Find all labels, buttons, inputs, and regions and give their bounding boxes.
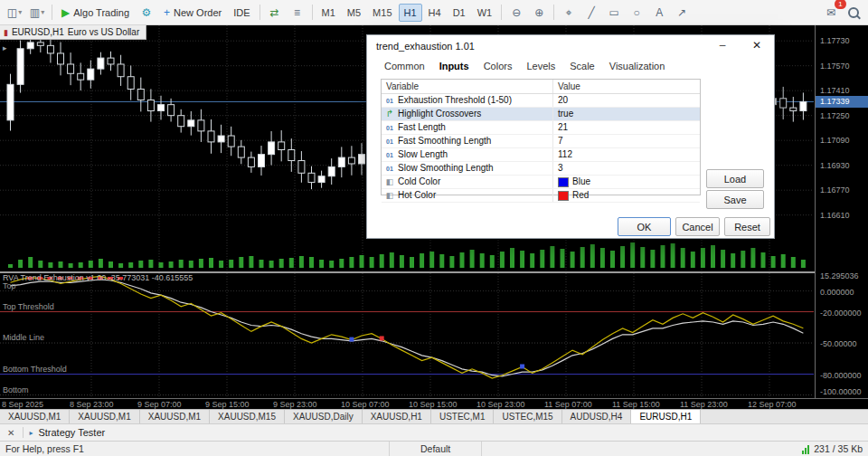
- timeframe-h4[interactable]: H4: [423, 4, 447, 22]
- mt5-application-window: ◫▾▥▾▶Algo Trading⚙+New OrderIDE⇄≡M1M5M15…: [0, 0, 868, 456]
- indicator-scale-label: -20.000000: [820, 309, 862, 318]
- time-axis-label: 8 Sep 23:00: [70, 400, 114, 409]
- zoom-in-button[interactable]: ⊕: [528, 3, 550, 23]
- trendline-button[interactable]: ╱: [580, 3, 602, 23]
- profile-name[interactable]: Default: [389, 442, 482, 456]
- chart-tabs-bar: XAUUSD,M1XAUUSD,M1XAUUSD,M1XAUUSD,M15XAU…: [0, 409, 868, 423]
- param-row[interactable]: 01Slow Smoothing Length3: [382, 162, 700, 176]
- rectangle-tool-icon: ▭: [609, 6, 619, 19]
- new-order-icon: +: [164, 6, 170, 19]
- param-row[interactable]: 01Slow Length112: [382, 148, 700, 162]
- price-scale-label: 1.17250: [820, 111, 850, 120]
- symbol-description: Euro vs US Dollar: [68, 27, 139, 37]
- ellipse-tool-icon: ○: [634, 6, 640, 19]
- ellipse-tool-button[interactable]: ○: [626, 3, 647, 23]
- param-value[interactable]: Blue: [553, 176, 700, 188]
- param-value[interactable]: 112: [553, 148, 700, 161]
- table-header-row: Variable Value: [382, 80, 700, 94]
- param-row[interactable]: ◧Cold ColorBlue: [382, 176, 700, 189]
- time-axis-label: 12 Sep 07:00: [748, 400, 797, 409]
- caret-down-icon: ▾: [41, 8, 44, 16]
- load-button[interactable]: Load: [706, 169, 764, 188]
- indicator-panel[interactable]: RVA Trend Exhaustion v1.00 -35.773031 -4…: [0, 273, 814, 398]
- param-row[interactable]: ↱Highlight Crossoverstrue: [382, 108, 700, 121]
- reset-button[interactable]: Reset: [724, 217, 770, 236]
- timeframe-h1[interactable]: H1: [399, 4, 422, 22]
- param-value[interactable]: Red: [553, 189, 700, 202]
- timeframe-d1[interactable]: D1: [448, 4, 471, 22]
- minimize-icon[interactable]: –: [712, 39, 732, 53]
- arrow-tool-button[interactable]: ↗: [671, 3, 693, 23]
- timeframe-m5[interactable]: M5: [342, 4, 366, 22]
- market-depth-button[interactable]: ⇄: [264, 3, 286, 23]
- notifications-button[interactable]: ✉1: [820, 3, 842, 23]
- param-value-text: 7: [558, 135, 563, 147]
- close-icon[interactable]: ✕: [747, 39, 767, 53]
- strategy-tester-label[interactable]: Strategy Tester: [38, 427, 105, 438]
- chart-tab-xauusd-m1[interactable]: XAUUSD,M1: [0, 410, 70, 423]
- tab-colors[interactable]: Colors: [477, 59, 519, 73]
- column-header-value: Value: [553, 80, 700, 93]
- timeframe-w1[interactable]: W1: [472, 4, 498, 22]
- time-axis-label: 9 Sep 15:00: [205, 400, 250, 409]
- timeframe-m1[interactable]: M1: [316, 4, 341, 22]
- time-axis[interactable]: 8 Sep 20258 Sep 23:009 Sep 07:009 Sep 15…: [0, 398, 868, 409]
- tab-inputs[interactable]: Inputs: [433, 59, 476, 73]
- toolbar-separator: [553, 5, 554, 20]
- candlestick-icon: ▮: [4, 28, 8, 37]
- param-row[interactable]: ◧Hot ColorRed: [382, 189, 700, 203]
- new-chart-button[interactable]: ◫▾: [4, 3, 25, 23]
- crosshair-button[interactable]: ⌖: [558, 3, 580, 23]
- tab-levels[interactable]: Levels: [520, 59, 561, 73]
- tab-scale[interactable]: Scale: [563, 59, 601, 73]
- market-watch-icon: ≡: [294, 6, 300, 19]
- toolbar-separator: [501, 5, 502, 20]
- chart-tab-xauusd-m1[interactable]: XAUUSD,M1: [140, 410, 210, 423]
- close-icon[interactable]: ✕: [5, 428, 17, 438]
- number-param-icon: 01: [382, 148, 398, 161]
- chart-tab-ustec-m1[interactable]: USTEC,M1: [431, 410, 495, 423]
- rectangle-tool-button[interactable]: ▭: [603, 3, 625, 23]
- param-value[interactable]: 7: [553, 135, 700, 147]
- chart-tab-ustec-m15[interactable]: USTEC,M15: [494, 410, 561, 423]
- param-row[interactable]: 01Fast Length21: [382, 121, 700, 135]
- param-value[interactable]: 20: [553, 94, 700, 107]
- chart-tab-eurusd-h1[interactable]: EURUSD,H1: [631, 410, 701, 423]
- ok-button[interactable]: OK: [618, 217, 671, 236]
- ide-button[interactable]: IDE: [228, 3, 255, 23]
- market-watch-button[interactable]: ≡: [287, 3, 308, 23]
- param-value[interactable]: 3: [553, 162, 700, 175]
- traffic-text: 231 / 35 Kb: [814, 443, 863, 454]
- param-value[interactable]: 21: [553, 121, 700, 134]
- cancel-button[interactable]: Cancel: [675, 217, 720, 236]
- chart-tab-xauusd-m15[interactable]: XAUUSD,M15: [210, 410, 285, 423]
- gear-icon: ⚙: [142, 6, 152, 19]
- zoom-out-button[interactable]: ⊖: [505, 3, 527, 23]
- price-scale[interactable]: 1.17339 1.177301.175701.174101.172501.17…: [815, 25, 868, 398]
- tab-common[interactable]: Common: [378, 59, 431, 73]
- chart-profiles-button[interactable]: ▥▾: [26, 3, 48, 23]
- param-value-text: 3: [558, 162, 563, 175]
- param-row[interactable]: 01Fast Smoothing Length7: [382, 135, 700, 148]
- strategy-tester-icon: ▸: [29, 429, 33, 437]
- time-axis-label: 8 Sep 2025: [2, 400, 43, 409]
- chart-tab-xauusd-m1[interactable]: XAUUSD,M1: [70, 410, 139, 423]
- time-axis-label: 10 Sep 15:00: [409, 400, 458, 409]
- price-scale-label: 1.17730: [820, 36, 850, 45]
- time-axis-label: 10 Sep 07:00: [341, 400, 390, 409]
- indicator-scale-label: -100.00000: [820, 387, 862, 396]
- chart-tab-xauusd-h1[interactable]: XAUUSD,H1: [363, 410, 431, 423]
- price-scale-label: 1.17090: [820, 136, 850, 145]
- timeframe-m15[interactable]: M15: [367, 4, 397, 22]
- new-order-button[interactable]: +New Order: [158, 3, 227, 23]
- tab-visualization[interactable]: Visualization: [603, 59, 672, 73]
- text-tool-button[interactable]: A: [648, 3, 670, 23]
- chart-tab-audusd-h4[interactable]: AUDUSD,H4: [562, 410, 632, 423]
- save-button[interactable]: Save: [706, 190, 764, 209]
- one-click-trading-arrow-icon[interactable]: ▸: [3, 43, 7, 52]
- chart-tab-xauusd-daily[interactable]: XAUUSD,Daily: [285, 410, 363, 423]
- gear-button[interactable]: ⚙: [136, 3, 157, 23]
- algo-trading-button[interactable]: ▶Algo Trading: [56, 3, 135, 23]
- param-value[interactable]: true: [553, 108, 700, 120]
- param-row[interactable]: 01Exhaustion Threshold (1-50)20: [382, 94, 700, 108]
